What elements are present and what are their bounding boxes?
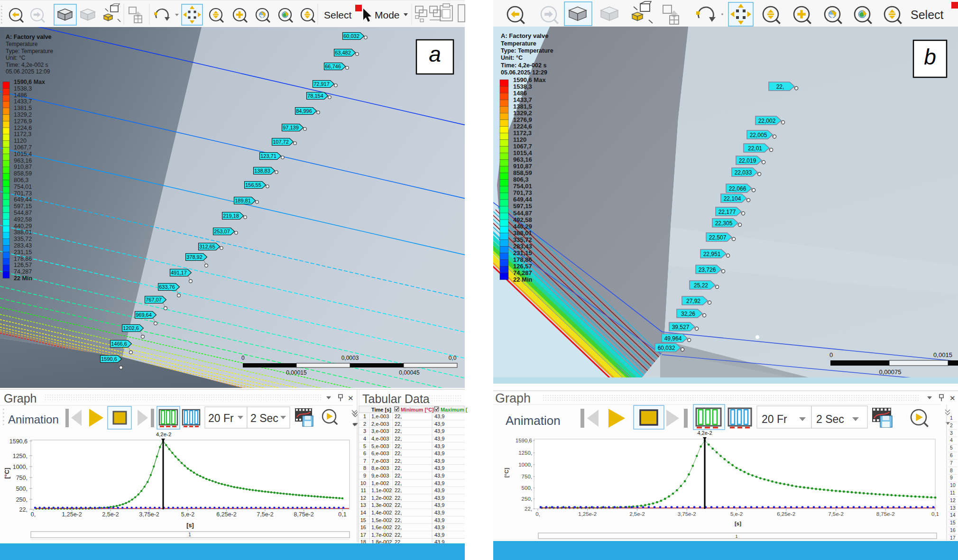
svg-text:Minimum [°C]: Minimum [°C] [401,407,434,413]
svg-text:Mode: Mode [375,9,400,20]
svg-text:22,305: 22,305 [715,220,733,227]
svg-text:12: 12 [360,495,366,501]
svg-text:25,22: 25,22 [694,282,708,289]
svg-text:43,9: 43,9 [434,517,444,523]
svg-text:2,5e-2: 2,5e-2 [102,511,119,518]
svg-text:1329,2: 1329,2 [14,111,32,118]
svg-text:22,: 22, [395,473,402,478]
svg-text:1329,2: 1329,2 [513,110,532,117]
svg-text:05.06.2025 12:29: 05.06.2025 12:29 [501,69,547,76]
svg-text:2 Sec: 2 Sec [816,413,844,425]
svg-text:8: 8 [363,465,366,471]
svg-text:1590,6 Max: 1590,6 Max [14,79,45,85]
svg-text:253,07: 253,07 [214,229,230,234]
svg-text:8,e-003: 8,e-003 [371,465,389,471]
svg-text:1224,6: 1224,6 [14,125,32,131]
svg-text:A: Factory valve: A: Factory valve [501,32,548,39]
svg-text:250,: 250, [16,496,28,503]
svg-text:22,: 22, [395,532,402,538]
svg-text:15: 15 [950,520,956,525]
svg-text:178,86: 178,86 [513,256,532,263]
svg-text:22,177: 22,177 [718,209,736,215]
svg-text:22,: 22, [395,517,402,523]
svg-text:17: 17 [950,535,956,541]
svg-text:701,73: 701,73 [513,189,532,196]
svg-text:5: 5 [950,445,953,450]
svg-text:20 Fr: 20 Fr [762,413,787,425]
svg-text:492,58: 492,58 [513,216,532,223]
svg-text:78,154: 78,154 [307,93,323,99]
svg-text:[°C]: [°C] [3,468,10,478]
svg-text:633,76: 633,76 [159,284,175,290]
svg-text:750,: 750, [522,474,532,479]
svg-text:491,17: 491,17 [171,270,187,275]
svg-text:11: 11 [361,487,366,493]
svg-text:1590,6: 1590,6 [101,356,117,362]
svg-text:1172,3: 1172,3 [513,129,532,137]
svg-text:0,00015: 0,00015 [286,369,307,376]
svg-text:1000,: 1000, [518,462,532,468]
svg-text:[s]: [s] [186,522,193,529]
svg-text:2: 2 [363,421,366,427]
svg-text:43,9: 43,9 [434,443,444,449]
svg-text:4,2e-2: 4,2e-2 [697,430,712,436]
svg-text:0,: 0, [31,511,36,518]
svg-text:0,: 0, [535,511,540,517]
svg-text:0,0015: 0,0015 [933,351,952,358]
svg-text:1250,: 1250, [518,450,532,456]
svg-text:22,: 22, [395,510,402,515]
svg-text:11: 11 [950,490,955,496]
svg-text:1: 1 [735,534,737,539]
svg-text:754,01: 754,01 [14,184,32,190]
svg-text:1433,7: 1433,7 [14,98,32,105]
svg-text:22,104: 22,104 [724,195,741,202]
svg-text:97,139: 97,139 [283,125,299,130]
svg-text:1538,3: 1538,3 [513,83,532,90]
svg-text:1: 1 [363,413,366,419]
svg-text:43,9: 43,9 [434,421,444,427]
svg-text:1120: 1120 [513,136,526,143]
svg-text:388,01: 388,01 [513,230,532,237]
svg-text:2: 2 [950,422,953,428]
svg-text:4: 4 [363,436,366,441]
svg-text:1,1e-002: 1,1e-002 [371,487,392,493]
svg-text:8,75e-2: 8,75e-2 [876,511,895,517]
svg-text:22,033: 22,033 [735,169,752,176]
svg-text:9: 9 [950,475,953,480]
svg-text:1,7e-002: 1,7e-002 [371,532,392,538]
svg-text:22,: 22, [776,83,784,90]
svg-text:963,16: 963,16 [14,157,32,164]
svg-text:231,15: 231,15 [14,249,32,256]
svg-text:1,25e-2: 1,25e-2 [62,511,82,518]
svg-text:72,917: 72,917 [313,81,330,87]
svg-text:43,9: 43,9 [434,465,444,471]
svg-text:1,6e-002: 1,6e-002 [371,524,392,530]
svg-text:22,005: 22,005 [750,132,767,138]
svg-text:138,83: 138,83 [254,168,270,174]
svg-text:3: 3 [950,430,953,436]
svg-text:6,e-003: 6,e-003 [371,450,389,456]
svg-text:22,: 22, [395,524,402,530]
svg-text:5,e-003: 5,e-003 [371,443,389,449]
svg-text:7: 7 [363,458,366,464]
svg-text:[s]: [s] [735,521,741,526]
svg-text:43,9: 43,9 [434,458,444,464]
svg-text:500,: 500, [522,485,532,491]
svg-text:0: 0 [241,355,245,361]
svg-text:43,9: 43,9 [434,473,444,478]
svg-text:84,996: 84,996 [296,108,312,114]
svg-text:701,73: 701,73 [14,190,32,197]
svg-text:126,57: 126,57 [513,263,532,270]
svg-text:43,9: 43,9 [434,436,444,441]
svg-text:22,: 22, [395,450,402,456]
svg-text:231,15: 231,15 [513,249,532,257]
svg-text:22,019: 22,019 [739,157,756,164]
svg-text:22,: 22, [395,443,402,449]
svg-text:4,2e-2: 4,2e-2 [156,431,172,437]
svg-text:1250,: 1250, [13,453,28,459]
svg-text:14: 14 [950,512,956,518]
svg-text:Type: Temperature: Type: Temperature [501,47,553,54]
svg-text:597,15: 597,15 [14,203,32,210]
svg-text:A: Factory valve: A: Factory valve [6,34,52,40]
svg-text:1486: 1486 [14,92,27,99]
